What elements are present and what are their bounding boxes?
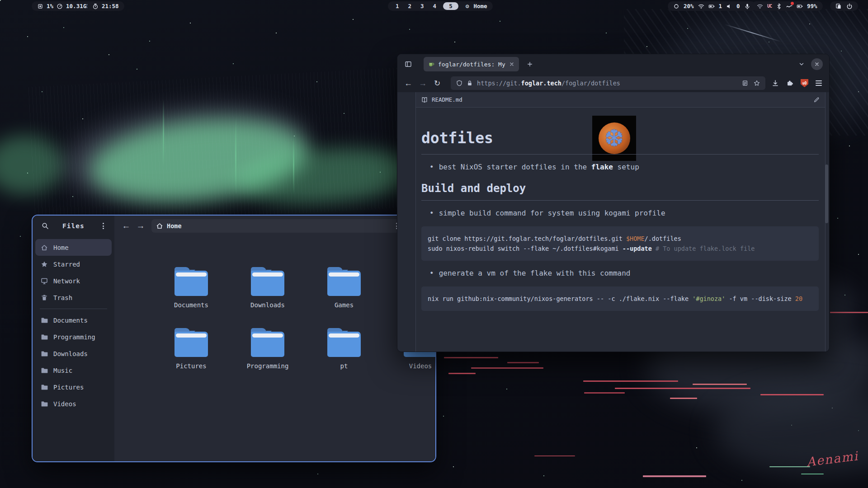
readme-bullet-build: simple build command for system using ko…	[429, 209, 819, 217]
sidebar-item-music[interactable]: Music	[35, 362, 112, 379]
folder-icon	[41, 350, 48, 357]
memory-gauge-icon	[57, 3, 63, 9]
readme-panel: README.md ❆ dotfiles best NixOS starter …	[415, 92, 826, 352]
reload-button[interactable]: ↻	[430, 76, 444, 90]
gitea-favicon	[428, 61, 434, 67]
workspace-1[interactable]: 1	[393, 3, 401, 9]
power-icon[interactable]	[846, 3, 853, 9]
sidebar-item-pictures[interactable]: Pictures	[35, 379, 112, 395]
navigation-bar: ← → ↻ https://git.foglar.tech/foglar/dot…	[397, 74, 829, 92]
tray-app-icon[interactable]: UC	[767, 4, 772, 9]
code-block-build[interactable]: git clone https://git.foglar.tech/foglar…	[421, 226, 819, 261]
url-bar[interactable]: https://git.foglar.tech/foglar/dotfiles	[451, 76, 765, 90]
downloads-icon[interactable]	[772, 80, 779, 87]
reader-mode-icon[interactable]	[742, 80, 748, 86]
lock-icon	[467, 80, 473, 86]
microphone-icon[interactable]	[744, 3, 750, 9]
folder-icon	[251, 328, 284, 357]
volume-icon[interactable]	[726, 3, 732, 9]
sidebar-item-network[interactable]: Network	[35, 272, 112, 289]
sidebar-items: Home Starred Network Trash Documents P	[35, 239, 112, 412]
workspace-2[interactable]: 2	[406, 3, 414, 9]
new-tab-button[interactable]	[523, 57, 537, 71]
files-app-title: Files	[62, 222, 85, 230]
folder-pictures[interactable]: Pictures	[157, 328, 225, 370]
workspace-5-active[interactable]: 5	[443, 2, 458, 10]
scrollbar-thumb[interactable]	[825, 164, 828, 223]
brightness-icon[interactable]	[673, 3, 679, 9]
sidebar-item-starred[interactable]: Starred	[35, 256, 112, 272]
tab-title: foglar/dotfiles: My	[438, 61, 505, 68]
sidebar-toggle-icon	[405, 61, 412, 68]
files-search-button[interactable]	[38, 219, 52, 233]
device-battery-count: 1	[719, 3, 722, 9]
folder-icon	[251, 267, 284, 296]
page-content: README.md ❆ dotfiles best NixOS starter …	[397, 92, 829, 352]
code-block-vm[interactable]: nix run github:nix-community/nixos-gener…	[421, 286, 819, 311]
system-stats-pill: 1% 10.31GB	[32, 1, 95, 11]
bookmark-star-icon[interactable]	[754, 80, 760, 86]
clipboard-icon[interactable]	[835, 3, 842, 9]
browser-back-button[interactable]: ←	[401, 76, 415, 90]
back-button[interactable]: ←	[119, 219, 133, 233]
ublock-icon[interactable]: uO	[801, 79, 808, 87]
sidebar-item-downloads[interactable]: Downloads	[35, 345, 112, 362]
folder-icon	[327, 267, 361, 296]
folder-pt[interactable]: pt	[310, 328, 378, 370]
network-tray-icon[interactable]	[757, 3, 763, 9]
folder-documents[interactable]: Documents	[157, 267, 225, 309]
tab-bar: foglar/dotfiles: My	[397, 54, 829, 74]
clock-time: 21:58	[102, 3, 119, 9]
wifi-icon[interactable]	[698, 3, 704, 9]
cpu-usage: 1%	[47, 3, 53, 9]
tracking-shield-icon[interactable]	[456, 80, 462, 86]
close-icon	[814, 61, 820, 67]
edit-pencil-icon[interactable]	[813, 96, 820, 103]
browser-window: foglar/dotfiles: My ← → ↻ https://git	[397, 54, 830, 352]
tab-close-icon[interactable]	[509, 61, 514, 67]
readme-bullet-intro: best NixOS starter dotfiles in the flake…	[429, 163, 819, 171]
sidebar-item-home[interactable]: Home	[35, 239, 112, 256]
folder-games[interactable]: Games	[310, 267, 378, 309]
folder-icon	[41, 384, 48, 391]
battery-icon	[797, 3, 803, 9]
files-sidebar-menu-button[interactable]	[96, 219, 111, 233]
menu-hamburger-icon[interactable]	[816, 80, 822, 86]
notification-icon[interactable]	[786, 3, 793, 9]
kebab-menu-icon	[103, 223, 104, 229]
folder-icon	[41, 317, 48, 324]
home-icon	[41, 244, 48, 251]
folder-programming[interactable]: Programming	[234, 328, 302, 370]
bluetooth-icon[interactable]	[776, 3, 782, 9]
folder-icon	[41, 333, 48, 341]
workspace-4[interactable]: 4	[431, 3, 439, 9]
sidebar-toggle-button[interactable]	[401, 57, 415, 71]
sidebar-item-trash[interactable]: Trash	[35, 289, 112, 306]
extensions-puzzle-icon[interactable]	[786, 80, 793, 87]
url-domain: foglar.tech	[521, 80, 561, 87]
files-window: Files ← → Home Home	[32, 215, 436, 462]
folder-downloads[interactable]: Downloads	[234, 267, 302, 309]
sidebar-item-videos[interactable]: Videos	[35, 395, 112, 412]
star-icon	[41, 261, 48, 268]
mode-label: Home	[473, 3, 487, 9]
files-toolbar: ← → Home	[114, 216, 435, 236]
workspace-3[interactable]: 3	[418, 3, 426, 9]
list-tabs-chevron-icon[interactable]	[798, 61, 805, 67]
sidebar-item-programming[interactable]: Programming	[35, 328, 112, 345]
browser-tab-active[interactable]: foglar/dotfiles: My	[424, 57, 519, 71]
book-icon	[421, 97, 428, 103]
session-pill	[830, 1, 858, 11]
clock-pill: 21:58	[87, 1, 124, 11]
plus-icon	[527, 61, 533, 67]
browser-forward-button[interactable]: →	[415, 76, 430, 90]
readme-title: dotfiles	[421, 129, 819, 155]
url-path: /foglar/dotfiles	[561, 80, 620, 87]
sidebar-item-documents[interactable]: Documents	[35, 312, 112, 328]
readme-bullet-vm: generate a vm of the flake with this com…	[429, 269, 819, 277]
forward-button[interactable]: →	[133, 219, 148, 233]
path-bar[interactable]: Home	[151, 219, 402, 233]
volume-value: 0	[736, 3, 740, 9]
window-close-button[interactable]	[811, 58, 823, 70]
clock-icon	[92, 3, 99, 9]
